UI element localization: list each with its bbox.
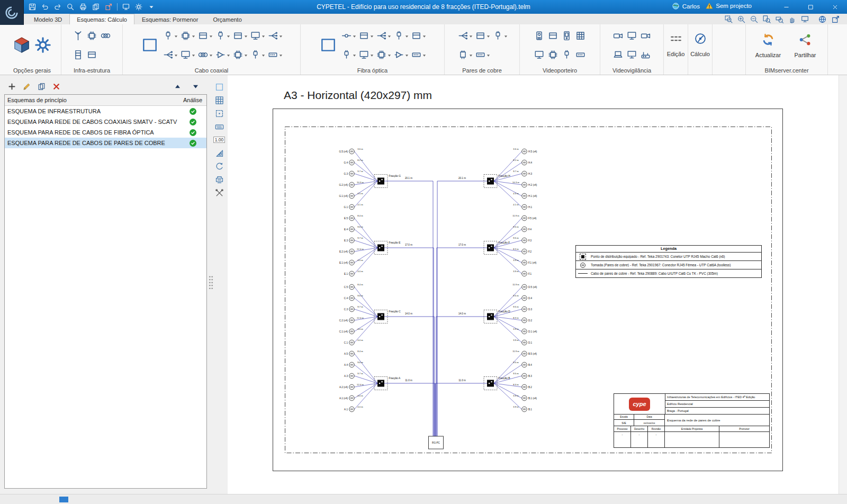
cube-icon[interactable] <box>12 35 31 55</box>
coil-icon[interactable] <box>196 48 209 61</box>
coil-icon[interactable] <box>100 29 112 42</box>
snap-icon[interactable] <box>213 107 226 120</box>
monitor-icon[interactable] <box>626 48 638 61</box>
c-lculo-button[interactable]: Cálculo <box>688 24 713 75</box>
schema-list-item[interactable]: ESQUEMA DE INFRAESTRUTURA <box>5 106 206 116</box>
redraw-icon[interactable] <box>800 14 810 24</box>
external-window-icon[interactable] <box>831 14 841 24</box>
chip-icon[interactable] <box>179 29 192 42</box>
schema-list-item[interactable]: ESQUEMA PARA REDE DE CABOS DE PARES DE C… <box>5 138 206 148</box>
plug-icon[interactable] <box>161 29 174 42</box>
screen-icon[interactable] <box>249 29 262 42</box>
box-icon[interactable] <box>357 29 370 42</box>
grid-icon[interactable] <box>213 94 226 106</box>
switch-icon[interactable] <box>474 48 486 61</box>
print-icon[interactable] <box>77 1 89 13</box>
box-icon[interactable] <box>474 29 486 42</box>
tab-esquemas-pormenor[interactable]: Esquemas: Pormenor <box>134 14 205 24</box>
intercom-icon[interactable] <box>533 29 546 42</box>
plug-icon[interactable] <box>392 29 405 42</box>
chip-icon[interactable] <box>231 48 244 61</box>
rotate-icon[interactable] <box>213 160 226 173</box>
splitter-icon[interactable] <box>375 29 388 42</box>
caret-down-icon[interactable] <box>244 31 248 40</box>
caret-down-icon[interactable] <box>209 50 213 59</box>
export-icon[interactable] <box>103 1 114 13</box>
rj45-icon[interactable] <box>456 48 469 61</box>
redo-icon[interactable] <box>52 1 64 13</box>
plug-icon[interactable] <box>491 29 504 42</box>
caret-down-icon[interactable] <box>469 31 473 40</box>
amp-icon[interactable] <box>392 48 405 61</box>
box-icon[interactable] <box>86 48 98 61</box>
actualizar-button[interactable]: Actualizar <box>752 25 785 58</box>
switch-icon[interactable] <box>410 48 422 61</box>
caret-down-icon[interactable] <box>353 31 356 40</box>
caret-down-icon[interactable] <box>174 31 178 40</box>
copy-icon[interactable] <box>90 1 102 13</box>
box-icon[interactable] <box>196 29 209 42</box>
chip-icon[interactable] <box>547 48 560 61</box>
switch-icon[interactable] <box>574 48 587 61</box>
frame-icon[interactable] <box>140 35 159 55</box>
drawing-canvas[interactable]: A3 - Horizontal (420x297) mm 20.1 mFracç… <box>228 75 839 494</box>
phone-icon[interactable] <box>561 29 573 42</box>
splice-icon[interactable] <box>340 29 353 42</box>
app-logo[interactable] <box>0 0 24 25</box>
caret-down-icon[interactable] <box>388 50 391 59</box>
zoom-icon[interactable] <box>65 1 76 13</box>
screen-icon[interactable] <box>533 48 546 61</box>
move-down-icon[interactable] <box>190 81 201 92</box>
select-rect-icon[interactable] <box>213 80 226 93</box>
caret-down-icon[interactable] <box>422 50 426 59</box>
plug-icon[interactable] <box>561 48 573 61</box>
copy-icon[interactable] <box>36 81 47 92</box>
screen-icon[interactable] <box>120 1 132 13</box>
caret-down-icon[interactable] <box>227 50 230 59</box>
gear-icon[interactable] <box>33 35 52 55</box>
screen-icon[interactable] <box>626 29 638 42</box>
caret-down-icon[interactable] <box>209 31 213 40</box>
caret-down-icon[interactable] <box>486 31 490 40</box>
splitter-icon[interactable] <box>266 29 279 42</box>
set-square-icon[interactable] <box>213 147 226 159</box>
caret-down-icon[interactable] <box>227 31 230 40</box>
close-button[interactable] <box>823 0 847 14</box>
chip-icon[interactable] <box>86 29 98 42</box>
partilhar-button[interactable]: Partilhar <box>789 25 822 58</box>
caret-down-icon[interactable] <box>405 50 409 59</box>
laptop-icon[interactable] <box>612 48 625 61</box>
caret-down-icon[interactable] <box>370 31 374 40</box>
caret-down-icon[interactable] <box>504 31 508 40</box>
cabinet-icon[interactable] <box>72 48 85 61</box>
box-icon[interactable] <box>410 29 422 42</box>
maximize-button[interactable] <box>798 0 823 14</box>
tab-or-amento[interactable]: Orçamento <box>205 14 249 24</box>
plug-icon[interactable] <box>214 29 227 42</box>
zoom-out-icon[interactable] <box>749 14 759 24</box>
screen-icon[interactable] <box>357 48 370 61</box>
panel-icon[interactable] <box>574 29 587 42</box>
tab-esquemas-c-lculo[interactable]: Esquemas: Cálculo <box>69 14 134 24</box>
schema-list-item[interactable]: ESQUEMA PARA REDE DE CABOS COAXIAIS SMAT… <box>5 116 206 127</box>
user-account[interactable]: Carlos <box>672 2 700 10</box>
pan-icon[interactable] <box>787 14 797 24</box>
web-icon[interactable] <box>817 14 827 24</box>
camera-icon[interactable] <box>612 29 625 42</box>
splitter-icon[interactable] <box>161 48 174 61</box>
caret-down-icon[interactable] <box>469 50 473 59</box>
caret-down-icon[interactable] <box>174 50 178 59</box>
caret-down-icon[interactable] <box>192 31 195 40</box>
chip-icon[interactable] <box>375 48 388 61</box>
zoom-window-icon[interactable] <box>724 14 734 24</box>
plug-icon[interactable] <box>249 48 262 61</box>
caret-down-icon[interactable] <box>370 50 374 59</box>
plug-icon[interactable] <box>340 48 353 61</box>
add-icon[interactable] <box>6 81 17 92</box>
settings-icon[interactable] <box>133 1 145 13</box>
caret-down-icon[interactable] <box>279 31 283 40</box>
caret-down-icon[interactable] <box>262 50 265 59</box>
caret-down-icon[interactable] <box>192 50 195 59</box>
panel-splitter[interactable] <box>209 275 213 289</box>
caret-down-icon[interactable] <box>422 31 426 40</box>
